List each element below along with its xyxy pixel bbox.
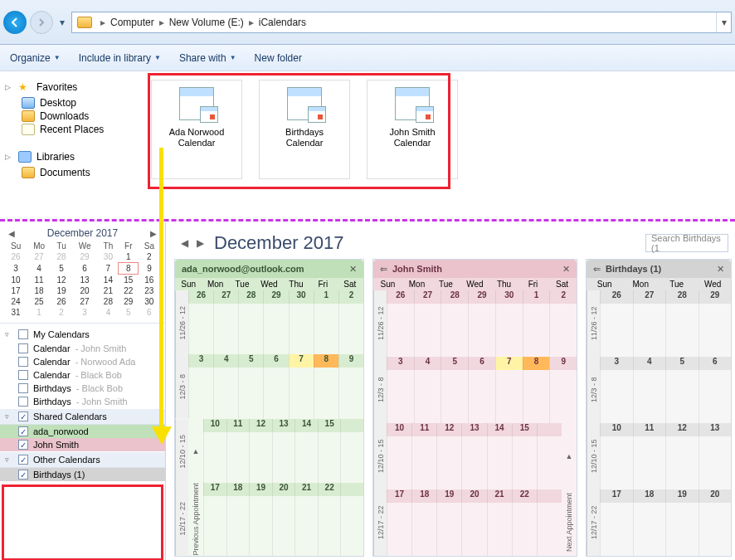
calendar-ada: ada_norwood@outlook.com✕ SunMonTueWedThu…: [174, 259, 364, 557]
calendar-list-item[interactable]: Birthdays - Black Bob: [0, 382, 165, 395]
folder-icon: [77, 17, 92, 28]
nav-documents[interactable]: Documents: [5, 166, 134, 179]
other-calendars-header[interactable]: ▿Other Calendars: [0, 451, 165, 468]
my-calendars-header[interactable]: ▿My Calendars: [0, 327, 165, 342]
nav-forward-button[interactable]: [30, 11, 53, 34]
pin-icon[interactable]: ⇐: [380, 264, 387, 275]
calendar-file-icon: [179, 87, 214, 120]
calendar-list-item[interactable]: Calendar - John Smith: [0, 342, 165, 355]
tab-ada[interactable]: ada_norwood@outlook.com✕: [175, 260, 363, 278]
calendar-list-item[interactable]: Calendar - Norwood Ada: [0, 355, 165, 368]
month-next[interactable]: ▶: [197, 237, 204, 249]
month-title: December 2017: [214, 232, 344, 254]
nav-history-dropdown[interactable]: ▾: [56, 17, 68, 28]
explorer-toolbar: Organize▼ Include in library▼ Share with…: [0, 45, 735, 71]
close-icon[interactable]: ✕: [717, 264, 724, 275]
calendar-header: ◀▶ December 2017 Search Birthdays (1: [166, 222, 735, 259]
pin-icon[interactable]: ⇐: [593, 264, 601, 275]
minical-prev[interactable]: ◀: [8, 229, 15, 238]
address-dropdown[interactable]: ▾: [716, 12, 731, 32]
minical-grid[interactable]: SuMoTuWeThFrSa26272829301234567891011121…: [5, 241, 160, 318]
file-johnsmith-calendar[interactable]: John Smith Calendar: [367, 80, 458, 179]
close-icon[interactable]: ✕: [349, 264, 357, 275]
nav-tree: ▷★Favorites Desktop Downloads Recent Pla…: [0, 71, 139, 214]
favorites-group[interactable]: ▷★Favorites: [5, 81, 134, 93]
calendar-groups: ▿My Calendars Calendar - John SmithCalen…: [0, 323, 165, 560]
calendar-main: ◀▶ December 2017 Search Birthdays (1 ada…: [166, 222, 735, 560]
address-bar[interactable]: ▸ Computer ▸ New Volume (E:) ▸ iCalendar…: [71, 12, 732, 33]
minical-next[interactable]: ▶: [150, 229, 157, 238]
breadcrumb-volume[interactable]: New Volume (E:): [168, 17, 246, 28]
mini-calendar[interactable]: ◀ December 2017 ▶ SuMoTuWeThFrSa26272829…: [0, 222, 165, 323]
libraries-group[interactable]: ▷Libraries: [5, 151, 134, 163]
explorer-body: ▷★Favorites Desktop Downloads Recent Pla…: [0, 71, 735, 214]
calendar-birthdays: ⇐Birthdays (1)✕ SunMonTueWed 11/26 - 122…: [586, 259, 732, 557]
calendar-file-icon: [395, 87, 430, 120]
breadcrumb-folder[interactable]: iCalendars: [257, 17, 308, 28]
file-birthdays-calendar[interactable]: Birthdays Calendar: [259, 80, 350, 179]
tab-birthdays[interactable]: ⇐Birthdays (1)✕: [587, 260, 731, 278]
file-label: Ada Norwood Calendar: [169, 127, 225, 149]
calendar-sidebar: ◀ December 2017 ▶ SuMoTuWeThFrSa26272829…: [0, 222, 166, 560]
tab-john[interactable]: ⇐John Smith✕: [373, 260, 577, 278]
new-folder-button[interactable]: New folder: [255, 52, 302, 64]
annotation-box-sidebar: [2, 485, 163, 560]
month-prev[interactable]: ◀: [181, 237, 188, 249]
calendar-list-item[interactable]: John Smith: [0, 438, 165, 451]
calendar-columns: ada_norwood@outlook.com✕ SunMonTueWedThu…: [166, 259, 735, 560]
file-label: Birthdays Calendar: [285, 127, 324, 149]
calendar-list-item[interactable]: Birthdays (1): [0, 468, 165, 481]
nav-desktop[interactable]: Desktop: [5, 96, 134, 110]
calendar-list-item[interactable]: ada_norwood: [0, 425, 165, 438]
minical-month: December 2017: [47, 227, 118, 239]
file-pane: Ada Norwood Calendar Birthdays Calendar …: [139, 71, 735, 214]
nav-downloads[interactable]: Downloads: [5, 110, 134, 123]
outlook-panel: ◀ December 2017 ▶ SuMoTuWeThFrSa26272829…: [0, 222, 735, 560]
file-label: John Smith Calendar: [389, 127, 435, 149]
close-icon[interactable]: ✕: [562, 264, 570, 275]
search-input[interactable]: Search Birthdays (1: [645, 234, 728, 252]
breadcrumb-computer[interactable]: Computer: [109, 17, 156, 28]
organize-button[interactable]: Organize▼: [10, 52, 61, 64]
calendar-list-item[interactable]: Birthdays - John Smith: [0, 395, 165, 408]
explorer-titlebar: ▾ ▸ Computer ▸ New Volume (E:) ▸ iCalend…: [0, 0, 735, 45]
calendar-list-item[interactable]: Calendar - Black Bob: [0, 368, 165, 382]
include-library-button[interactable]: Include in library▼: [79, 52, 161, 64]
shared-calendars-header[interactable]: ▿Shared Calendars: [0, 408, 165, 425]
nav-back-button[interactable]: [3, 11, 27, 34]
file-ada-calendar[interactable]: Ada Norwood Calendar: [151, 80, 242, 179]
nav-recent[interactable]: Recent Places: [5, 123, 134, 136]
calendar-file-icon: [287, 87, 322, 120]
calendar-john: ⇐John Smith✕ SunMonTueWedThuFriSat 11/26…: [372, 259, 577, 557]
share-with-button[interactable]: Share with▼: [179, 52, 236, 64]
